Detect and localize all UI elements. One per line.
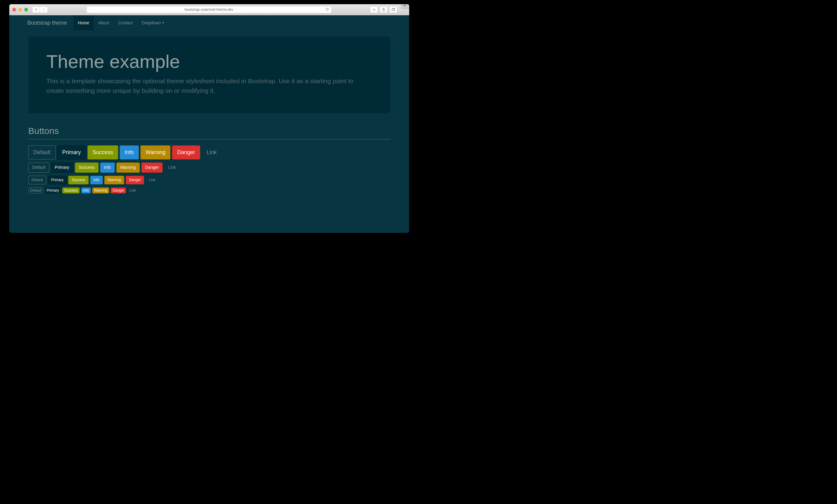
link-button[interactable]: Link xyxy=(202,145,222,160)
page-content: Bootstrap theme Home About Contact Dropd… xyxy=(9,15,409,233)
info-button[interactable]: Info xyxy=(100,163,115,173)
svg-rect-0 xyxy=(392,9,394,11)
close-window-button[interactable] xyxy=(12,8,16,12)
default-button[interactable]: Default xyxy=(28,163,49,173)
nav-item-home[interactable]: Home xyxy=(73,15,93,30)
nav-item-about[interactable]: About xyxy=(93,15,114,30)
warning-button[interactable]: Warning xyxy=(92,187,109,194)
share-icon[interactable] xyxy=(380,6,388,13)
reload-icon[interactable] xyxy=(325,7,329,12)
info-button[interactable]: Info xyxy=(90,176,103,184)
success-button[interactable]: Success xyxy=(68,176,88,184)
link-button[interactable]: Link xyxy=(127,187,138,194)
nav-item-contact[interactable]: Contact xyxy=(114,15,137,30)
jumbotron-title: Theme example xyxy=(46,51,372,72)
main-container: Theme example This is a template showcas… xyxy=(9,36,409,193)
default-button[interactable]: Default xyxy=(28,145,56,160)
toolbar-right-icons xyxy=(370,6,397,13)
button-row-md: Default Primary Success Info Warning Dan… xyxy=(28,163,390,173)
nav-item-dropdown[interactable]: Dropdown xyxy=(137,15,169,30)
buttons-heading: Buttons xyxy=(28,126,390,139)
primary-button[interactable]: Primary xyxy=(51,163,73,173)
nav-item-dropdown-label: Dropdown xyxy=(142,20,161,25)
tabs-icon[interactable] xyxy=(389,6,397,13)
back-button[interactable] xyxy=(32,6,40,13)
jumbotron: Theme example This is a template showcas… xyxy=(28,36,390,113)
info-button[interactable]: Info xyxy=(120,145,139,160)
new-tab-button[interactable]: + xyxy=(401,4,409,9)
success-button[interactable]: Success xyxy=(62,187,79,194)
jumbotron-lead: This is a template showcasing the option… xyxy=(46,76,372,95)
reader-icon[interactable] xyxy=(370,6,378,13)
link-button[interactable]: Link xyxy=(145,176,159,184)
danger-button[interactable]: Danger xyxy=(172,145,200,160)
button-row-sm: Default Primary Success Info Warning Dan… xyxy=(28,176,390,184)
danger-button[interactable]: Danger xyxy=(141,163,163,173)
danger-button[interactable]: Danger xyxy=(111,187,126,194)
navbar-brand[interactable]: Bootstrap theme xyxy=(28,15,72,30)
warning-button[interactable]: Warning xyxy=(140,145,171,160)
warning-button[interactable]: Warning xyxy=(104,176,124,184)
success-button[interactable]: Success xyxy=(75,163,99,173)
chevron-down-icon xyxy=(162,22,164,23)
browser-window: bootstrap-solarized-theme.dev + Bootstra… xyxy=(9,4,409,233)
primary-button[interactable]: Primary xyxy=(45,187,61,194)
browser-toolbar: bootstrap-solarized-theme.dev + xyxy=(9,4,409,15)
maximize-window-button[interactable] xyxy=(24,8,28,12)
success-button[interactable]: Success xyxy=(88,145,118,160)
info-button[interactable]: Info xyxy=(81,187,91,194)
address-bar[interactable]: bootstrap-solarized-theme.dev xyxy=(86,6,332,13)
button-row-lg: Default Primary Success Info Warning Dan… xyxy=(28,145,390,160)
address-bar-url: bootstrap-solarized-theme.dev xyxy=(184,7,233,12)
forward-button[interactable] xyxy=(40,6,48,13)
default-button[interactable]: Default xyxy=(28,187,43,194)
navbar: Bootstrap theme Home About Contact Dropd… xyxy=(9,15,409,30)
warning-button[interactable]: Warning xyxy=(117,163,140,173)
link-button[interactable]: Link xyxy=(164,163,180,173)
window-controls xyxy=(12,8,28,12)
danger-button[interactable]: Danger xyxy=(126,176,144,184)
primary-button[interactable]: Primary xyxy=(48,176,67,184)
nav-buttons xyxy=(32,6,48,13)
minimize-window-button[interactable] xyxy=(18,8,22,12)
default-button[interactable]: Default xyxy=(28,176,46,184)
primary-button[interactable]: Primary xyxy=(57,145,86,160)
button-row-xs: Default Primary Success Info Warning Dan… xyxy=(28,187,390,194)
